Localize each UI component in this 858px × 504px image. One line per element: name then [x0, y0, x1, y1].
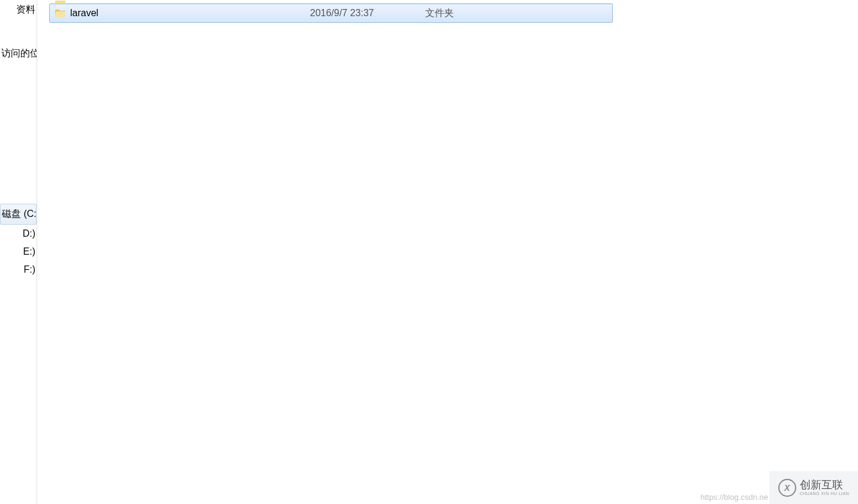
file-date: 2016/9/7 23:37 [310, 8, 418, 19]
sidebar-item-docs[interactable]: 资料 [0, 0, 37, 20]
logo-main-text: 创新互联 [800, 479, 850, 491]
file-list: laravel 2016/9/7 23:37 文件夹 [49, 0, 613, 23]
folder-icon [55, 7, 67, 19]
sidebar-drive-d[interactable]: D:) [0, 225, 37, 243]
logo-mark-icon: X [778, 479, 796, 497]
sidebar: 资料 访问的位 磁盘 (C:) D:) E:) F:) [0, 0, 37, 504]
table-row[interactable]: laravel 2016/9/7 23:37 文件夹 [49, 4, 613, 23]
sidebar-drive-f[interactable]: F:) [0, 261, 37, 279]
file-type: 文件夹 [418, 7, 490, 20]
sidebar-drive-e[interactable]: E:) [0, 243, 37, 261]
file-name: laravel [70, 8, 310, 19]
watermark-url: https://blog.csdn.ne [700, 493, 768, 502]
logo-sub-text: CHUANG XIN HU LIAN [800, 491, 850, 496]
file-pane[interactable]: laravel 2016/9/7 23:37 文件夹 [37, 0, 858, 504]
sidebar-drive-c[interactable]: 磁盘 (C:) [0, 204, 37, 225]
watermark-logo: X 创新互联 CHUANG XIN HU LIAN [769, 471, 858, 504]
sidebar-item-recent[interactable]: 访问的位 [0, 44, 37, 64]
